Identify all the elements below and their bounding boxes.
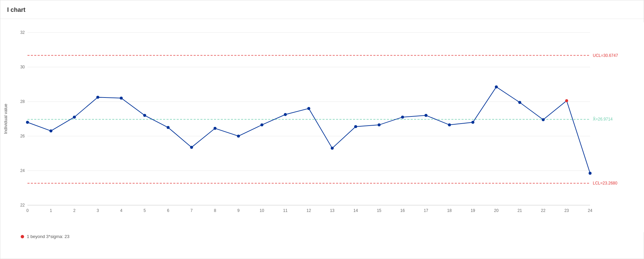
svg-rect-0 bbox=[0, 22, 644, 232]
svg-text:6: 6 bbox=[167, 208, 169, 213]
svg-text:8: 8 bbox=[214, 208, 216, 213]
svg-text:4: 4 bbox=[120, 208, 122, 213]
svg-point-63 bbox=[425, 114, 427, 117]
svg-text:22: 22 bbox=[20, 203, 25, 208]
svg-point-50 bbox=[120, 97, 123, 100]
svg-point-47 bbox=[50, 130, 52, 132]
svg-text:LCL=23.2680: LCL=23.2680 bbox=[593, 181, 618, 186]
svg-point-57 bbox=[284, 113, 287, 116]
svg-text:1: 1 bbox=[50, 208, 52, 213]
legend-area: 1 beyond 3*sigma: 23 bbox=[21, 234, 70, 239]
svg-text:12: 12 bbox=[307, 208, 311, 213]
svg-text:7: 7 bbox=[191, 208, 193, 213]
svg-text:28: 28 bbox=[20, 99, 25, 104]
chart-title: I chart bbox=[0, 4, 644, 19]
svg-text:15: 15 bbox=[377, 208, 382, 213]
svg-point-46 bbox=[26, 121, 29, 124]
svg-text:19: 19 bbox=[471, 208, 475, 213]
svg-point-66 bbox=[495, 86, 498, 88]
svg-text:Individual value: Individual value bbox=[3, 104, 8, 134]
svg-text:16: 16 bbox=[400, 208, 405, 213]
svg-text:18: 18 bbox=[447, 208, 452, 213]
chart-container: I chart ⇩ 222426283032012345678910111213… bbox=[0, 0, 644, 259]
svg-text:9: 9 bbox=[237, 208, 240, 213]
svg-text:24: 24 bbox=[588, 208, 592, 213]
svg-point-48 bbox=[73, 116, 76, 118]
svg-text:26: 26 bbox=[20, 134, 25, 138]
svg-text:UCL=30.6747: UCL=30.6747 bbox=[593, 53, 618, 58]
legend-text: 1 beyond 3*sigma: 23 bbox=[27, 234, 70, 239]
svg-text:20: 20 bbox=[494, 208, 499, 213]
svg-text:23: 23 bbox=[564, 208, 569, 213]
svg-point-51 bbox=[143, 114, 146, 117]
svg-point-54 bbox=[214, 127, 216, 130]
svg-point-65 bbox=[471, 121, 474, 124]
svg-text:14: 14 bbox=[353, 208, 358, 213]
svg-point-53 bbox=[190, 146, 193, 149]
svg-text:24: 24 bbox=[20, 168, 25, 173]
svg-text:30: 30 bbox=[20, 65, 25, 69]
svg-text:21: 21 bbox=[518, 208, 522, 213]
chart-area: ⇩ 22242628303201234567891011121314151617… bbox=[0, 19, 644, 242]
svg-point-52 bbox=[167, 126, 170, 129]
svg-text:17: 17 bbox=[424, 208, 428, 213]
svg-text:32: 32 bbox=[20, 30, 25, 35]
svg-point-60 bbox=[354, 125, 357, 128]
svg-text:2: 2 bbox=[73, 208, 76, 213]
svg-point-59 bbox=[331, 147, 334, 150]
svg-point-69 bbox=[565, 99, 568, 102]
svg-point-70 bbox=[589, 172, 591, 175]
svg-text:0: 0 bbox=[26, 208, 29, 213]
svg-text:11: 11 bbox=[283, 208, 288, 213]
svg-point-64 bbox=[448, 124, 451, 126]
svg-point-62 bbox=[401, 116, 404, 118]
svg-point-67 bbox=[519, 101, 521, 104]
svg-text:3: 3 bbox=[97, 208, 99, 213]
svg-text:X̄=26.9714: X̄=26.9714 bbox=[593, 117, 613, 122]
svg-text:22: 22 bbox=[541, 208, 546, 213]
svg-text:5: 5 bbox=[143, 208, 146, 213]
legend-dot bbox=[21, 235, 24, 238]
svg-point-55 bbox=[237, 135, 240, 137]
svg-text:13: 13 bbox=[330, 208, 335, 213]
svg-point-61 bbox=[378, 124, 380, 126]
svg-point-49 bbox=[96, 96, 99, 99]
svg-point-68 bbox=[542, 118, 545, 121]
svg-point-56 bbox=[260, 124, 263, 126]
svg-text:10: 10 bbox=[260, 208, 265, 213]
svg-point-58 bbox=[308, 107, 310, 110]
